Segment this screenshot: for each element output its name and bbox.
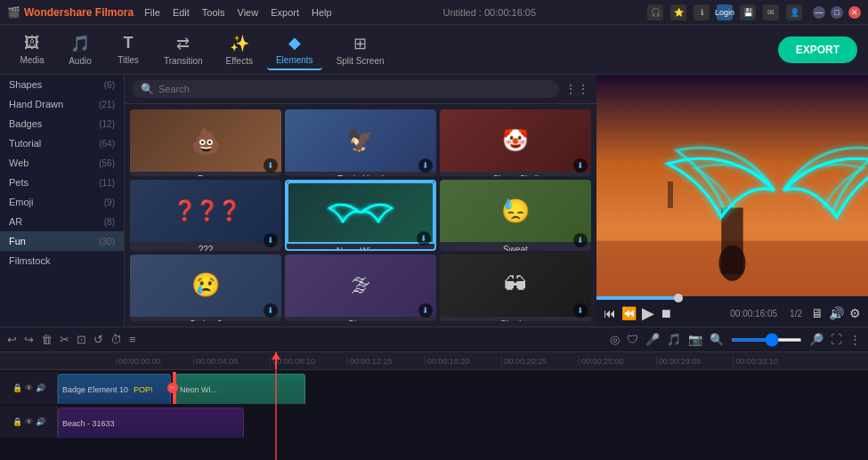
- grid-view-icon[interactable]: ⋮⋮: [564, 82, 589, 96]
- cut-icon[interactable]: ✂: [60, 333, 69, 346]
- lock-icon[interactable]: 🔒: [12, 383, 22, 392]
- grid-item-qqq[interactable]: ❓❓❓ ??? ⬇: [130, 180, 281, 250]
- download-qqq[interactable]: ⬇: [264, 233, 278, 247]
- list-icon[interactable]: ≡: [129, 333, 136, 346]
- close-button[interactable]: ✕: [848, 6, 861, 19]
- download-gloom[interactable]: ⬇: [418, 303, 433, 318]
- user-icon[interactable]: 👤: [786, 4, 802, 20]
- download-crying2[interactable]: ⬇: [264, 303, 278, 318]
- panel-emoji[interactable]: Emoji (9): [0, 192, 124, 212]
- panel-pets[interactable]: Pets (11): [0, 173, 124, 192]
- grid-item-neon[interactable]: Neon Wings ⬇: [285, 180, 436, 250]
- panel-fun[interactable]: Fun (30): [0, 231, 124, 251]
- search-box[interactable]: 🔍: [132, 80, 559, 98]
- label-eagle: Eagle Head: [285, 172, 436, 176]
- toolbar-audio[interactable]: 🎵 Audio: [59, 30, 101, 69]
- menu-file[interactable]: File: [144, 7, 160, 18]
- more-icon[interactable]: ⋮: [849, 333, 861, 346]
- eye-icon[interactable]: 👁: [25, 383, 33, 392]
- save-icon[interactable]: 💾: [740, 4, 756, 20]
- preview-progress-bar[interactable]: [596, 296, 868, 300]
- toolbar-titles[interactable]: T Titles: [107, 30, 150, 69]
- elements-label: Elements: [276, 55, 313, 65]
- progress-thumb[interactable]: [674, 294, 683, 303]
- delete-icon[interactable]: 🗑: [41, 333, 53, 346]
- track-icon[interactable]: ◎: [610, 333, 620, 346]
- login-button[interactable]: Login: [717, 4, 733, 20]
- skip-back-button[interactable]: ⏮: [604, 306, 616, 320]
- clip-badge[interactable]: Badge Element 10 POP!: [58, 374, 171, 404]
- grid-item-eagle[interactable]: 🦅 Eagle Head ⬇: [285, 109, 436, 176]
- menu-export[interactable]: Export: [271, 7, 299, 18]
- panel-handdrawn[interactable]: Hand Drawn (21): [0, 94, 124, 114]
- minimize-button[interactable]: —: [813, 6, 825, 19]
- toolbar-effects[interactable]: ✨ Effects: [217, 30, 262, 69]
- menu-view[interactable]: View: [238, 7, 259, 18]
- fullscreen-icon[interactable]: ⛶: [831, 333, 842, 346]
- panel-shapes[interactable]: Shapes (6): [0, 75, 124, 94]
- timer-icon[interactable]: ⏱: [110, 333, 122, 346]
- mic-icon[interactable]: 🎤: [645, 333, 660, 346]
- grid-item-shades[interactable]: 🕶 Shades ⬇: [440, 254, 591, 321]
- stop-button[interactable]: ⏹: [660, 306, 672, 320]
- maximize-button[interactable]: □: [831, 6, 843, 19]
- download-shades[interactable]: ⬇: [573, 303, 588, 318]
- panel-tutorial[interactable]: Tutorial (64): [0, 133, 124, 153]
- play-button[interactable]: ▶: [642, 303, 654, 323]
- search-input[interactable]: [158, 84, 550, 94]
- star-icon[interactable]: ⭐: [670, 4, 686, 20]
- video-lock-icon[interactable]: 🔒: [12, 417, 22, 426]
- toolbar-media[interactable]: 🖼 Media: [11, 30, 53, 69]
- toolbar-transition[interactable]: ⇄ Transition: [155, 30, 212, 69]
- zoom-out-icon[interactable]: 🔍: [710, 333, 724, 346]
- camera-icon[interactable]: 📷: [688, 333, 702, 346]
- undo-icon[interactable]: ↩: [7, 333, 17, 346]
- panel-badges[interactable]: Badges (12): [0, 114, 124, 133]
- grid-item-gloom[interactable]: 🌫 Gloom ⬇: [285, 254, 436, 321]
- app-logo: 🎬 Wondershare Filmora: [7, 6, 134, 19]
- audio-track-icon[interactable]: 🔊: [36, 383, 45, 392]
- video-audio-icon[interactable]: 🔊: [36, 417, 45, 426]
- headset-icon[interactable]: 🎧: [647, 4, 663, 20]
- toolbar-elements[interactable]: ◆ Elements: [267, 29, 322, 70]
- thumb-neon: [287, 182, 434, 244]
- download-sweat[interactable]: ⬇: [573, 233, 588, 247]
- info-icon[interactable]: ℹ: [694, 4, 710, 20]
- grid-item-clown[interactable]: 🤡 Clown Skull ⬇: [440, 109, 591, 176]
- menu-tools[interactable]: Tools: [202, 7, 225, 18]
- elements-icon: ◆: [288, 33, 301, 52]
- cut-marker: ✂: [173, 372, 176, 404]
- menu-edit[interactable]: Edit: [173, 7, 190, 18]
- volume-icon[interactable]: 🔊: [829, 306, 844, 320]
- grid-item-crying2[interactable]: 😢 Crying 2 ⬇: [130, 254, 281, 321]
- crop-icon[interactable]: ⊡: [77, 333, 86, 346]
- grid-item-poo[interactable]: 💩 Poo ⬇: [130, 109, 281, 176]
- clip-neon-wings[interactable]: Neon Wi...: [175, 374, 305, 404]
- track-elements-content[interactable]: Badge Element 10 POP! Neon Wi... ✂: [58, 372, 868, 404]
- speed-icon[interactable]: ↺: [93, 333, 103, 346]
- panel-filmstock[interactable]: Filmstock: [0, 251, 124, 270]
- clip-neon-label: Neon Wi...: [176, 385, 221, 394]
- titles-label: Titles: [118, 55, 139, 65]
- playhead-ruler: [275, 352, 277, 369]
- settings-icon[interactable]: ⚙: [849, 306, 861, 320]
- mail-icon[interactable]: ✉: [763, 4, 779, 20]
- grid-item-sweat[interactable]: 😓 Sweat ⬇: [440, 180, 591, 250]
- redo-icon[interactable]: ↪: [24, 333, 34, 346]
- video-eye-icon[interactable]: 👁: [25, 417, 33, 426]
- export-button[interactable]: EXPORT: [778, 36, 857, 63]
- step-back-button[interactable]: ⏪: [621, 306, 637, 320]
- shield-icon[interactable]: 🛡: [627, 333, 638, 346]
- zoom-slider[interactable]: [731, 338, 802, 342]
- panel-web[interactable]: Web (56): [0, 153, 124, 173]
- clip-beach[interactable]: Beach - 31633: [58, 408, 244, 438]
- thumb-eagle: 🦅: [285, 109, 436, 172]
- zoom-in-icon[interactable]: 🔎: [809, 333, 823, 346]
- panel-ar[interactable]: AR (8): [0, 212, 124, 231]
- menu-help[interactable]: Help: [312, 7, 332, 18]
- download-neon[interactable]: ⬇: [417, 231, 431, 246]
- track-video-content[interactable]: Beach - 31633: [58, 406, 868, 438]
- music-icon[interactable]: 🎵: [667, 333, 681, 346]
- screen-icon[interactable]: 🖥: [811, 306, 823, 320]
- toolbar-split[interactable]: ⊞ Split Screen: [328, 30, 393, 69]
